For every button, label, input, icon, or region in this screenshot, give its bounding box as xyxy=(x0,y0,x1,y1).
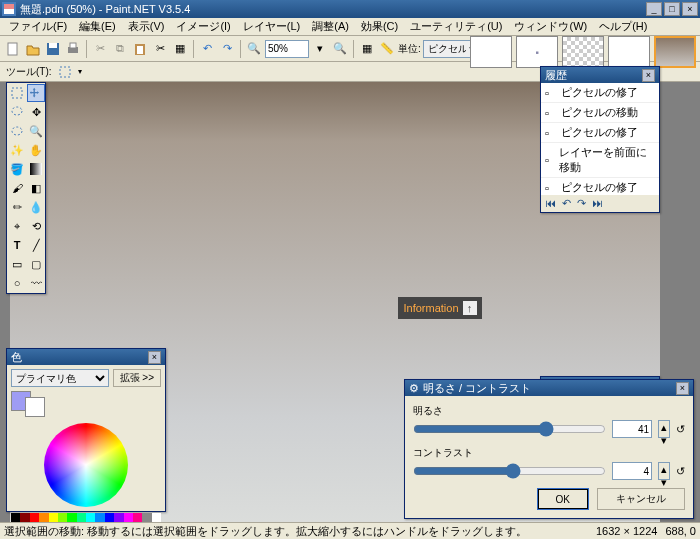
grid-icon[interactable]: ▦ xyxy=(358,40,376,58)
ok-button[interactable]: OK xyxy=(537,488,589,510)
secondary-color-swatch[interactable] xyxy=(25,397,45,417)
tool-lasso[interactable] xyxy=(8,103,26,121)
svg-rect-14 xyxy=(30,163,42,175)
tool-clone[interactable]: ⌖ xyxy=(8,217,26,235)
current-tool-icon[interactable] xyxy=(56,63,74,81)
thumb-5[interactable] xyxy=(654,36,696,68)
tool-move-selection[interactable] xyxy=(27,84,45,102)
tool-pencil[interactable]: ✏ xyxy=(8,198,26,216)
cut-icon[interactable]: ✂ xyxy=(91,40,109,58)
redo-icon[interactable]: ↷ xyxy=(218,40,236,58)
brightness-contrast-dialog: ⚙ 明るさ / コントラスト × 明るさ ▴▾ ↺ コントラスト ▴▾ ↺ OK xyxy=(404,379,694,519)
history-undo-icon[interactable]: ↶ xyxy=(562,197,571,210)
svg-rect-11 xyxy=(12,88,22,98)
maximize-button[interactable]: □ xyxy=(664,2,680,16)
tool-label: ツール(T): xyxy=(6,65,52,79)
undo-icon[interactable]: ↶ xyxy=(198,40,216,58)
image-thumbnails: ■ xyxy=(470,36,696,68)
copy-icon[interactable]: ⧉ xyxy=(111,40,129,58)
tool-rect-select[interactable] xyxy=(8,84,26,102)
color-wheel[interactable] xyxy=(44,423,128,507)
zoom-in-icon[interactable]: 🔍 xyxy=(331,40,349,58)
menu-file[interactable]: ファイル(F) xyxy=(4,17,72,36)
new-icon[interactable] xyxy=(4,40,22,58)
svg-point-13 xyxy=(12,127,22,135)
cancel-button[interactable]: キャンセル xyxy=(597,488,685,510)
tool-ellipse[interactable]: ○ xyxy=(8,274,26,292)
dialog-close-icon[interactable]: × xyxy=(676,382,689,395)
status-text: 選択範囲の移動: 移動するには選択範囲をドラッグします。拡大縮小するにはハンドル… xyxy=(4,524,524,539)
tool-dropdown-icon[interactable]: ▾ xyxy=(78,67,82,76)
thumb-3[interactable] xyxy=(562,36,604,68)
ruler-icon[interactable]: 📏 xyxy=(378,40,396,58)
status-cursor: 688, 0 xyxy=(665,525,696,537)
thumb-4[interactable] xyxy=(608,36,650,68)
tool-freeform[interactable]: 〰 xyxy=(27,274,45,292)
tool-rrect[interactable]: ▢ xyxy=(27,255,45,273)
app-icon xyxy=(2,2,16,16)
tool-bucket[interactable]: 🪣 xyxy=(8,160,26,178)
tool-pan[interactable]: ✋ xyxy=(27,141,45,159)
menu-layer[interactable]: レイヤー(L) xyxy=(238,17,305,36)
tool-eraser[interactable]: ◧ xyxy=(27,179,45,197)
menu-image[interactable]: イメージ(I) xyxy=(171,17,235,36)
history-rewind-icon[interactable]: ⏮ xyxy=(545,197,556,210)
tool-picker[interactable]: 💧 xyxy=(27,198,45,216)
tool-brush[interactable]: 🖌 xyxy=(8,179,26,197)
deselect-icon[interactable]: ▦ xyxy=(171,40,189,58)
colors-expand-button[interactable]: 拡張 >> xyxy=(113,369,161,387)
menu-effects[interactable]: 効果(C) xyxy=(356,17,403,36)
brightness-reset-icon[interactable]: ↺ xyxy=(676,423,685,436)
zoom-dropdown-icon[interactable]: ▾ xyxy=(311,40,329,58)
brightness-spinner[interactable]: ▴▾ xyxy=(658,420,670,438)
statusbar: 選択範囲の移動: 移動するには選択範囲をドラッグします。拡大縮小するにはハンドル… xyxy=(0,522,700,539)
brightness-value[interactable] xyxy=(612,420,652,438)
tool-wand[interactable]: ✨ xyxy=(8,141,26,159)
open-icon[interactable] xyxy=(24,40,42,58)
svg-rect-5 xyxy=(49,43,57,48)
contrast-slider[interactable] xyxy=(413,463,606,479)
tool-gradient[interactable] xyxy=(27,160,45,178)
menu-window[interactable]: ウィンドウ(W) xyxy=(509,17,592,36)
history-list[interactable]: ▫ピクセルの修了 ▫ピクセルの移動 ▫ピクセルの修了 ▫レイヤーを前面に移動 ▫… xyxy=(541,83,659,195)
menu-edit[interactable]: 編集(E) xyxy=(74,17,121,36)
save-icon[interactable] xyxy=(44,40,62,58)
menu-utility[interactable]: ユーティリティ(U) xyxy=(405,17,507,36)
close-button[interactable]: × xyxy=(682,2,698,16)
tool-move[interactable]: ✥ xyxy=(27,103,45,121)
history-close-icon[interactable]: × xyxy=(642,69,655,82)
history-redo-icon[interactable]: ↷ xyxy=(577,197,586,210)
print-icon[interactable] xyxy=(64,40,82,58)
tool-line[interactable]: ╱ xyxy=(27,236,45,254)
menu-help[interactable]: ヘルプ(H) xyxy=(594,17,652,36)
zoom-out-icon[interactable]: 🔍 xyxy=(245,40,263,58)
paste-icon[interactable] xyxy=(131,40,149,58)
tool-rect[interactable]: ▭ xyxy=(8,255,26,273)
menu-adjustments[interactable]: 調整(A) xyxy=(307,17,354,36)
menubar: ファイル(F) 編集(E) 表示(V) イメージ(I) レイヤー(L) 調整(A… xyxy=(0,18,700,36)
sign-overlay: Information ↑ xyxy=(398,297,482,319)
contrast-spinner[interactable]: ▴▾ xyxy=(658,462,670,480)
contrast-value[interactable] xyxy=(612,462,652,480)
thumb-2[interactable]: ■ xyxy=(516,36,558,68)
crop-icon[interactable]: ✂ xyxy=(151,40,169,58)
tool-text[interactable]: T xyxy=(8,236,26,254)
minimize-button[interactable]: _ xyxy=(646,2,662,16)
contrast-reset-icon[interactable]: ↺ xyxy=(676,465,685,478)
history-item: ▫レイヤーを前面に移動 xyxy=(541,143,659,178)
history-ff-icon[interactable]: ⏭ xyxy=(592,197,603,210)
tool-zoom[interactable]: 🔍 xyxy=(27,122,45,140)
color-mode-select[interactable]: プライマリ色 xyxy=(11,369,109,387)
menu-view[interactable]: 表示(V) xyxy=(123,17,170,36)
colors-close-icon[interactable]: × xyxy=(148,351,161,364)
unit-label: 単位: xyxy=(398,42,421,56)
zoom-input[interactable] xyxy=(265,40,309,58)
svg-rect-2 xyxy=(4,4,14,9)
history-item: ▫ピクセルの修了 xyxy=(541,178,659,195)
tool-recolor[interactable]: ⟲ xyxy=(27,217,45,235)
thumb-1[interactable] xyxy=(470,36,512,68)
brightness-slider[interactable] xyxy=(413,421,606,437)
tool-ellipse-select[interactable] xyxy=(8,122,26,140)
history-item: ▫ピクセルの修了 xyxy=(541,83,659,103)
brightness-label: 明るさ xyxy=(413,404,685,418)
